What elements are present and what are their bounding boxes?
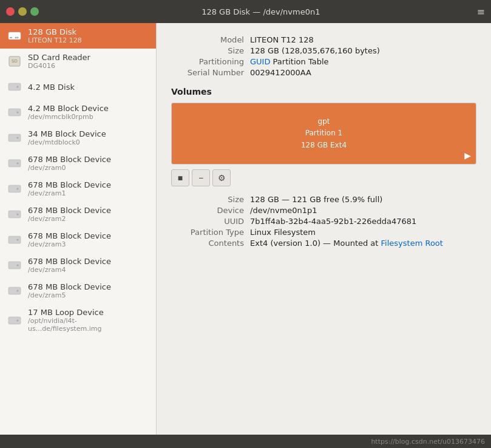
volumes-title: Volumes [171, 87, 476, 97]
sidebar-item-block-678-4[interactable]: 678 MB Block Device /dev/zram4 [0, 253, 156, 278]
partitioning-row: Partitioning GUID Partition Table [171, 57, 476, 66]
bar-arrow-icon: ▶ [464, 151, 471, 160]
disk-icon-10 [6, 282, 23, 299]
part-contents-value: Ext4 (version 1.0) — Mounted at Filesyst… [250, 239, 443, 248]
sidebar: 128 GB Disk LITEON T12 128 SD SD Card Re… [0, 23, 157, 435]
close-button[interactable] [6, 7, 15, 16]
sidebar-item-text-1: SD Card Reader DG4016 [28, 53, 90, 70]
bar-line3: 128 GB Ext4 [301, 140, 347, 151]
sidebar-item-sub-10: /dev/zram5 [28, 291, 111, 299]
main-panel: Model LITEON T12 128 Size 128 GB (128,03… [157, 23, 491, 435]
sidebar-item-block-34mb[interactable]: 34 MB Block Device /dev/mtdblock0 [0, 125, 156, 151]
svg-rect-6 [8, 83, 21, 90]
sidebar-item-block-678-2[interactable]: 678 MB Block Device /dev/zram2 [0, 202, 156, 227]
disk-icon-3 [6, 104, 23, 121]
volume-controls: ■ − ⚙ [171, 169, 476, 186]
filesystem-root-link[interactable]: Filesystem Root [381, 239, 443, 248]
serial-label: Serial Number [171, 68, 250, 77]
part-contents-label: Contents [171, 239, 250, 248]
disk-icon-9 [6, 257, 23, 274]
volumes-bar-container: gpt Partition 1 128 GB Ext4 ▶ [171, 103, 476, 165]
sidebar-item-name-9: 678 MB Block Device [28, 257, 111, 266]
svg-point-9 [17, 112, 19, 114]
svg-point-2 [17, 37, 19, 39]
bar-line1: gpt [301, 116, 347, 127]
maximize-button[interactable] [30, 7, 39, 16]
volumes-bar[interactable]: gpt Partition 1 128 GB Ext4 ▶ [172, 103, 476, 164]
part-size-value: 128 GB — 121 GB free (5.9% full) [250, 195, 382, 204]
app-window: 128 GB Disk — /dev/nvme0n1 ≡ 128 GB Disk [0, 0, 491, 448]
size-label: Size [171, 46, 250, 55]
disk-icon-4 [6, 129, 23, 146]
sidebar-item-block-678-1[interactable]: 678 MB Block Device /dev/zram1 [0, 176, 156, 202]
sidebar-item-name-4: 34 MB Block Device [28, 129, 106, 138]
sidebar-item-sub-7: /dev/zram2 [28, 215, 111, 223]
part-device-value: /dev/nvme0n1p1 [250, 206, 317, 215]
window-controls [6, 7, 39, 16]
partitioning-suffix: Partition Table [270, 57, 328, 66]
sidebar-item-sub-3: /dev/mmcblk0rpmb [28, 113, 109, 121]
volumes-bar-text: gpt Partition 1 128 GB Ext4 [301, 116, 347, 151]
window-title: 128 GB Disk — /dev/nvme0n1 [45, 7, 477, 16]
part-contents-row: Contents Ext4 (version 1.0) — Mounted at… [171, 239, 476, 248]
sidebar-item-sub-9: /dev/zram4 [28, 266, 111, 274]
size-value: 128 GB (128,035,676,160 bytes) [250, 46, 380, 55]
part-size-label: Size [171, 195, 250, 204]
svg-point-25 [17, 319, 19, 321]
sidebar-item-name-5: 678 MB Block Device [28, 155, 111, 164]
remove-button[interactable]: − [192, 169, 210, 186]
svg-rect-0 [8, 32, 21, 39]
titlebar: 128 GB Disk — /dev/nvme0n1 ≡ [0, 0, 491, 23]
sidebar-item-name-6: 678 MB Block Device [28, 180, 111, 189]
sidebar-item-disk-4mb[interactable]: 4.2 MB Disk [0, 74, 156, 100]
svg-rect-10 [8, 134, 21, 141]
disk-icon-2 [6, 78, 23, 95]
sidebar-item-block-678-3[interactable]: 678 MB Block Device /dev/zram3 [0, 227, 156, 253]
stop-button[interactable]: ■ [171, 169, 189, 186]
sidebar-item-block-4mb[interactable]: 4.2 MB Block Device /dev/mmcblk0rpmb [0, 100, 156, 125]
sidebar-item-name-11: 17 MB Loop Device [28, 308, 150, 317]
svg-point-19 [17, 239, 19, 241]
sidebar-item-sub-1: DG4016 [28, 62, 90, 70]
model-value: LITEON T12 128 [250, 35, 314, 44]
sidebar-item-text-0: 128 GB Disk LITEON T12 128 [28, 27, 82, 44]
disk-icon-5 [6, 155, 23, 172]
part-uuid-value: 7b1ff4ab-32b4-4aa5-92b1-226edda47681 [250, 217, 416, 226]
sidebar-item-text-9: 678 MB Block Device /dev/zram4 [28, 257, 111, 274]
svg-point-13 [17, 163, 19, 165]
sidebar-item-block-678-0[interactable]: 678 MB Block Device /dev/zram0 [0, 151, 156, 176]
sidebar-item-sub-0: LITEON T12 128 [28, 36, 82, 44]
svg-point-3 [15, 37, 17, 39]
sidebar-item-text-8: 678 MB Block Device /dev/zram3 [28, 231, 111, 248]
guid-link[interactable]: GUID [250, 57, 270, 66]
statusbar: https://blog.csdn.net/u013673476 [0, 435, 491, 448]
sidebar-item-sub-6: /dev/zram1 [28, 189, 111, 197]
part-type-row: Partition Type Linux Filesystem [171, 228, 476, 237]
content-area: 128 GB Disk LITEON T12 128 SD SD Card Re… [0, 23, 491, 435]
svg-point-23 [17, 290, 19, 292]
minimize-button[interactable] [18, 7, 27, 16]
menu-icon[interactable]: ≡ [477, 6, 485, 18]
sidebar-item-block-678-5[interactable]: 678 MB Block Device /dev/zram5 [0, 278, 156, 304]
settings-button[interactable]: ⚙ [212, 169, 231, 186]
partitioning-value: GUID Partition Table [250, 57, 329, 66]
serial-row: Serial Number 0029412000AA [171, 68, 476, 77]
svg-rect-14 [8, 185, 21, 192]
svg-rect-24 [8, 317, 21, 324]
part-uuid-row: UUID 7b1ff4ab-32b4-4aa5-92b1-226edda4768… [171, 217, 476, 226]
sidebar-item-text-2: 4.2 MB Disk [28, 83, 75, 92]
sidebar-item-text-11: 17 MB Loop Device /opt/nvidia/l4t-us...d… [28, 308, 150, 333]
sidebar-item-text-5: 678 MB Block Device /dev/zram0 [28, 155, 111, 172]
disk-icon-11 [6, 312, 23, 329]
sidebar-item-name-10: 678 MB Block Device [28, 282, 111, 291]
sidebar-item-sub-8: /dev/zram3 [28, 240, 111, 248]
statusbar-text: https://blog.csdn.net/u013673476 [371, 438, 485, 446]
sidebar-item-sd-card[interactable]: SD SD Card Reader DG4016 [0, 49, 156, 74]
size-row: Size 128 GB (128,035,676,160 bytes) [171, 46, 476, 55]
contents-pre: Ext4 (version 1.0) — Mounted at [250, 239, 381, 248]
sidebar-item-sub-4: /dev/mtdblock0 [28, 138, 106, 146]
sidebar-item-sub-5: /dev/zram0 [28, 164, 111, 172]
sidebar-item-disk-128gb[interactable]: 128 GB Disk LITEON T12 128 [0, 23, 156, 49]
bar-line2: Partition 1 [301, 127, 347, 139]
sidebar-item-loop-17mb[interactable]: 17 MB Loop Device /opt/nvidia/l4t-us...d… [0, 304, 156, 337]
